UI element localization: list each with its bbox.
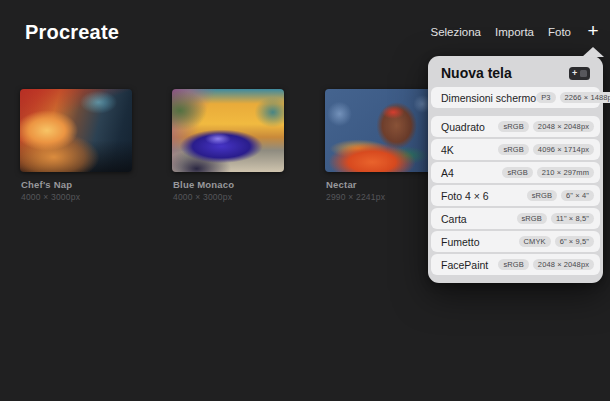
preset-badges: sRGB 2048 × 2048px <box>498 121 594 132</box>
preset-badges: sRGB 4096 × 1714px <box>498 144 594 155</box>
preset-row-screen-size[interactable]: Dimensioni schermo P3 2266 × 1488px <box>431 87 600 108</box>
new-canvas-custom-size-icon[interactable]: + <box>569 67 590 80</box>
preset-label: A4 <box>441 167 454 179</box>
artwork-meta: Chef's Nap 4000 × 3000px <box>20 179 132 202</box>
popup-title: Nuova tela <box>441 65 512 81</box>
artwork-thumbnail-chefs-nap[interactable] <box>20 89 132 172</box>
artwork-thumbnail-nectar[interactable] <box>325 89 437 172</box>
artwork-dimensions: 4000 × 3000px <box>21 192 132 202</box>
size-badge: 4096 × 1714px <box>533 144 594 155</box>
preset-badges: sRGB 210 × 297mm <box>502 167 594 178</box>
header-nav: Seleziona Importa Foto + <box>430 26 601 38</box>
color-profile-badge: sRGB <box>527 190 557 201</box>
color-profile-badge: sRGB <box>502 167 532 178</box>
size-badge: 2048 × 2048px <box>533 259 594 270</box>
import-button[interactable]: Importa <box>495 26 534 38</box>
select-button[interactable]: Seleziona <box>430 26 481 38</box>
color-profile-badge: sRGB <box>517 213 547 224</box>
preset-label: Fumetto <box>441 236 480 248</box>
preset-badges: sRGB 6" × 4" <box>527 190 594 201</box>
canvas-pane-glyph <box>580 70 587 77</box>
artwork-meta: Nectar 2990 × 2241px <box>325 179 437 202</box>
preset-row-4k[interactable]: 4K sRGB 4096 × 1714px <box>431 139 600 160</box>
preset-badges: CMYK 6" × 9,5" <box>519 236 594 247</box>
popup-callout-arrow <box>582 47 604 57</box>
preset-badges: P3 2266 × 1488px <box>536 92 610 103</box>
preset-badges: sRGB 2048 × 2048px <box>498 259 594 270</box>
preset-row-comic[interactable]: Fumetto CMYK 6" × 9,5" <box>431 231 600 252</box>
preset-label: Carta <box>441 213 467 225</box>
preset-label: FacePaint <box>441 259 488 271</box>
plus-icon[interactable]: + <box>585 24 601 38</box>
color-profile-badge: sRGB <box>498 259 528 270</box>
size-badge: 6" × 4" <box>561 190 594 201</box>
artwork-meta: Blue Monaco 4000 × 3000px <box>172 179 284 202</box>
preset-label: 4K <box>441 144 454 156</box>
preset-badges: sRGB 11" × 8,5" <box>517 213 595 224</box>
color-profile-badge: sRGB <box>498 121 528 132</box>
artwork-thumbnail-blue-monaco[interactable] <box>172 89 284 172</box>
color-profile-badge: P3 <box>536 92 555 103</box>
color-profile-badge: sRGB <box>498 144 528 155</box>
top-bar: Procreate Seleziona Importa Foto + <box>0 0 610 52</box>
preset-row-photo-4x6[interactable]: Foto 4 × 6 sRGB 6" × 4" <box>431 185 600 206</box>
preset-row-paper[interactable]: Carta sRGB 11" × 8,5" <box>431 208 600 229</box>
photo-button[interactable]: Foto <box>548 26 571 38</box>
artwork-dimensions: 2990 × 2241px <box>326 192 437 202</box>
artwork-title: Nectar <box>326 179 437 190</box>
size-badge: 210 × 297mm <box>537 167 594 178</box>
page-title: Procreate <box>25 21 119 44</box>
popup-header: Nuova tela + <box>428 56 603 87</box>
size-badge: 6" × 9,5" <box>555 236 594 247</box>
preset-label: Quadrato <box>441 121 485 133</box>
canvas-preset-list: Dimensioni schermo P3 2266 × 1488px Quad… <box>428 87 603 275</box>
artwork-card[interactable]: Nectar 2990 × 2241px <box>325 89 437 202</box>
size-badge: 2266 × 1488px <box>560 92 610 103</box>
size-badge: 11" × 8,5" <box>551 213 594 224</box>
artwork-dimensions: 4000 × 3000px <box>173 192 284 202</box>
artwork-card[interactable]: Chef's Nap 4000 × 3000px <box>20 89 132 202</box>
artwork-title: Blue Monaco <box>173 179 284 190</box>
artwork-title: Chef's Nap <box>21 179 132 190</box>
size-badge: 2048 × 2048px <box>533 121 594 132</box>
preset-label: Foto 4 × 6 <box>441 190 489 202</box>
preset-row-a4[interactable]: A4 sRGB 210 × 297mm <box>431 162 600 183</box>
preset-row-square[interactable]: Quadrato sRGB 2048 × 2048px <box>431 116 600 137</box>
plus-glyph: + <box>572 68 577 79</box>
new-canvas-popup: Nuova tela + Dimensioni schermo P3 2266 … <box>428 56 603 283</box>
artwork-card[interactable]: Blue Monaco 4000 × 3000px <box>172 89 284 202</box>
preset-label: Dimensioni schermo <box>441 92 536 104</box>
color-profile-badge: CMYK <box>519 236 551 247</box>
preset-row-facepaint[interactable]: FacePaint sRGB 2048 × 2048px <box>431 254 600 275</box>
